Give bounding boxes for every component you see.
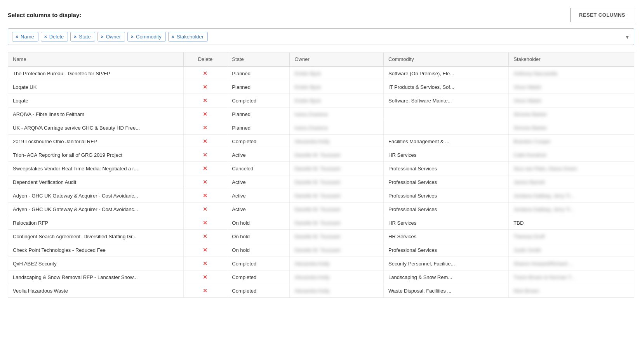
cell-owner: Kristin Byck	[290, 80, 384, 94]
cell-stakeholder: Brandon Cooper	[509, 135, 634, 148]
cell-name[interactable]: Relocation RFP	[8, 216, 183, 230]
delete-icon[interactable]: ✕	[203, 206, 207, 212]
page-container: Select columns to display: RESET COLUMNS…	[0, 0, 642, 306]
cell-stakeholder: TBD	[509, 216, 634, 230]
cell-stakeholder: Sica van Plato, Diana Green	[509, 162, 634, 175]
cell-delete[interactable]: ✕	[183, 189, 227, 203]
cell-delete[interactable]: ✕	[183, 107, 227, 121]
col-header-commodity: Commodity	[384, 52, 509, 66]
cell-commodity: Waste Disposal, Facilities ...	[384, 284, 509, 298]
cell-name[interactable]: ARQIVA - Fibre lines to Feltham	[8, 107, 183, 121]
col-header-delete: Delete	[183, 52, 227, 66]
tag-commodity[interactable]: ×Commodity	[127, 32, 166, 42]
delete-icon[interactable]: ✕	[203, 152, 207, 158]
cell-owner: Danelle M. Toussant	[290, 175, 384, 189]
cell-stakeholder: Vince Walsh	[509, 94, 634, 107]
cell-owner: Kristin Byck	[290, 66, 384, 80]
tag-stakeholder[interactable]: ×Stakeholder	[168, 32, 208, 42]
cell-name[interactable]: Check Point Technologies - Reduced Fee	[8, 243, 183, 257]
cell-delete[interactable]: ✕	[183, 257, 227, 270]
cell-commodity	[384, 121, 509, 135]
delete-icon[interactable]: ✕	[203, 84, 207, 90]
delete-icon[interactable]: ✕	[203, 260, 207, 267]
cell-delete[interactable]: ✕	[183, 162, 227, 175]
tag-remove-commodity[interactable]: ×	[131, 34, 134, 40]
cell-commodity: Facilities Management & ...	[384, 135, 509, 148]
tag-owner[interactable]: ×Owner	[97, 32, 125, 42]
delete-icon[interactable]: ✕	[203, 125, 207, 131]
tag-label-delete: Delete	[49, 34, 64, 40]
cell-delete[interactable]: ✕	[183, 175, 227, 189]
cell-name[interactable]: Adyen - GHC UK Gateway & Acquirer - Cost…	[8, 203, 183, 216]
cell-name[interactable]: 2019 Lockbourne Ohio Janitorial RFP	[8, 135, 183, 148]
tag-delete[interactable]: ×Delete	[41, 32, 68, 42]
table-row: ARQIVA - Fibre lines to Feltham✕PlannedI…	[8, 107, 634, 121]
cell-delete[interactable]: ✕	[183, 270, 227, 284]
cell-delete[interactable]: ✕	[183, 203, 227, 216]
cell-name[interactable]: Loqate UK	[8, 80, 183, 94]
cell-name[interactable]: Adyen - GHC UK Gateway & Acquirer - Cost…	[8, 189, 183, 203]
cell-owner: Alexandra Kelly	[290, 257, 384, 270]
reset-columns-button[interactable]: RESET COLUMNS	[570, 8, 634, 22]
cell-name[interactable]: QxH ABE2 Security	[8, 257, 183, 270]
cell-delete[interactable]: ✕	[183, 94, 227, 107]
delete-icon[interactable]: ✕	[203, 247, 207, 253]
tag-remove-delete[interactable]: ×	[44, 34, 47, 40]
table-row: Adyen - GHC UK Gateway & Acquirer - Cost…	[8, 189, 634, 203]
cell-stakeholder: Jordana Gabbay, Jerry Ti...	[509, 203, 634, 216]
cell-commodity	[384, 107, 509, 121]
cell-state: Planned	[227, 121, 290, 135]
cell-delete[interactable]: ✕	[183, 284, 227, 298]
cell-name[interactable]: Loqate	[8, 94, 183, 107]
cell-name[interactable]: Sweepstakes Vendor Real Time Media: Nego…	[8, 162, 183, 175]
table-row: Loqate✕CompletedKristin ByckSoftware, So…	[8, 94, 634, 107]
table-row: Sweepstakes Vendor Real Time Media: Nego…	[8, 162, 634, 175]
cell-owner: Danelle M. Toussant	[290, 216, 384, 230]
cell-delete[interactable]: ✕	[183, 80, 227, 94]
tag-remove-name[interactable]: ×	[16, 34, 18, 40]
delete-icon[interactable]: ✕	[203, 179, 207, 185]
cell-name[interactable]: Veolia Hazardous Waste	[8, 284, 183, 298]
column-tags-container: ×Name×Delete×State×Owner×Commodity×Stake…	[8, 28, 634, 45]
table-row: Trion- ACA Reporting for all of GRG 2019…	[8, 148, 634, 162]
cell-state: On hold	[227, 230, 290, 243]
cell-commodity: HR Services	[384, 216, 509, 230]
tag-remove-owner[interactable]: ×	[101, 34, 104, 40]
delete-icon[interactable]: ✕	[203, 165, 207, 172]
cell-name[interactable]: Landscaping & Snow Removal RFP - Lancast…	[8, 270, 183, 284]
cell-delete[interactable]: ✕	[183, 148, 227, 162]
cell-delete[interactable]: ✕	[183, 121, 227, 135]
cell-delete[interactable]: ✕	[183, 243, 227, 257]
cell-stakeholder: Janice Barrett	[509, 175, 634, 189]
cell-state: Planned	[227, 107, 290, 121]
delete-icon[interactable]: ✕	[203, 192, 207, 199]
delete-icon[interactable]: ✕	[203, 220, 207, 226]
delete-icon[interactable]: ✕	[203, 97, 207, 104]
delete-icon[interactable]: ✕	[203, 233, 207, 239]
table-header-row: Name Delete State Owner Commodity Stakeh…	[8, 52, 634, 66]
cell-name[interactable]: The Protection Bureau - Genetec for SP/F…	[8, 66, 183, 80]
delete-icon[interactable]: ✕	[203, 138, 207, 144]
cell-delete[interactable]: ✕	[183, 135, 227, 148]
delete-icon[interactable]: ✕	[203, 288, 207, 294]
cell-delete[interactable]: ✕	[183, 216, 227, 230]
tag-state[interactable]: ×State	[70, 32, 95, 42]
delete-icon[interactable]: ✕	[203, 274, 207, 280]
col-header-name: Name	[8, 52, 183, 66]
cell-name[interactable]: Trion- ACA Reporting for all of GRG 2019…	[8, 148, 183, 162]
dropdown-arrow-icon[interactable]: ▼	[625, 34, 630, 40]
cell-name[interactable]: UK - ARQIVA Carriage service GHC & Beaut…	[8, 121, 183, 135]
tag-remove-state[interactable]: ×	[74, 34, 77, 40]
delete-icon[interactable]: ✕	[203, 111, 207, 117]
cell-delete[interactable]: ✕	[183, 230, 227, 243]
cell-name[interactable]: Dependent Verification Audit	[8, 175, 183, 189]
cell-name[interactable]: Contingent Search Agreement- Diversified…	[8, 230, 183, 243]
delete-icon[interactable]: ✕	[203, 70, 207, 76]
tag-remove-stakeholder[interactable]: ×	[172, 34, 174, 40]
cell-commodity: IT Products & Services, Sof...	[384, 80, 509, 94]
cell-state: Active	[227, 175, 290, 189]
cell-delete[interactable]: ✕	[183, 66, 227, 80]
tag-name[interactable]: ×Name	[12, 32, 38, 42]
cell-state: Active	[227, 148, 290, 162]
cell-commodity: Software (On Premise), Ele...	[384, 66, 509, 80]
